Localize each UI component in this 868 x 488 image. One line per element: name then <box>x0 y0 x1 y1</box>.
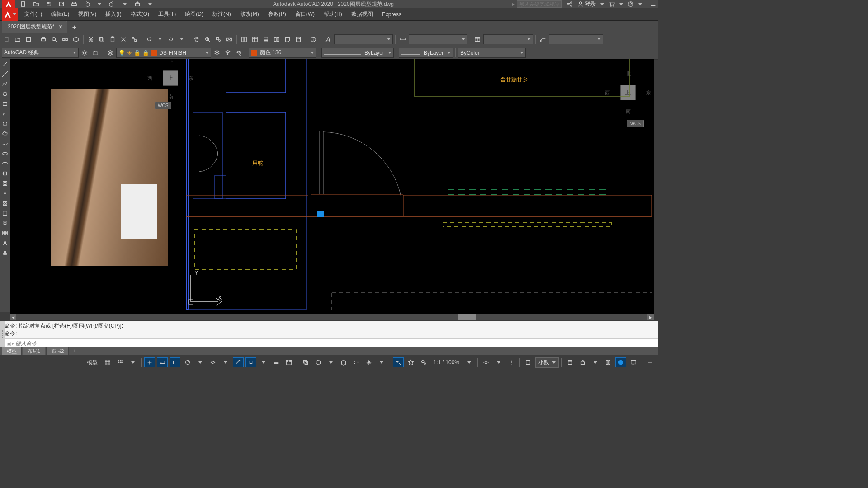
qat-new-icon[interactable] <box>19 0 28 8</box>
chevron-down-icon[interactable] <box>638 3 642 5</box>
grip-handle[interactable] <box>0 321 5 347</box>
clean-screen-icon[interactable] <box>628 357 639 367</box>
cut-icon[interactable] <box>86 34 96 44</box>
gradient-icon[interactable] <box>0 209 9 218</box>
layer-properties-icon[interactable] <box>105 48 115 58</box>
text-style-dropdown[interactable] <box>334 34 393 44</box>
tool-palette-icon[interactable] <box>261 34 271 44</box>
menu-format[interactable]: 格式(O) <box>126 8 154 20</box>
snap-icon[interactable] <box>115 357 126 367</box>
anno-monitor-icon[interactable] <box>506 357 517 367</box>
layout-tab-model[interactable]: 模型 <box>2 347 22 356</box>
sheet-set-icon[interactable] <box>272 34 282 44</box>
line-icon[interactable] <box>0 60 9 69</box>
insert-block-icon[interactable] <box>0 169 9 178</box>
customize-icon[interactable] <box>645 357 656 367</box>
drawing-canvas[interactable]: 北 南 西 东 上 WCS 北 南 西 东 上 WCS 用鸵 晋廿蹦廿乡 <box>10 59 654 316</box>
units-mode-dropdown[interactable]: 小数 <box>535 357 559 368</box>
lineweight-toggle-icon[interactable] <box>271 357 282 367</box>
save-icon[interactable] <box>24 34 33 44</box>
quickcalc-icon[interactable] <box>293 34 303 44</box>
add-layout-button[interactable]: + <box>70 347 78 355</box>
workspace-dropdown[interactable]: AutoCAD 经典 <box>2 48 79 58</box>
hatch-icon[interactable] <box>0 199 9 208</box>
polygon-icon[interactable] <box>0 89 9 99</box>
mtext-icon[interactable]: A <box>0 239 9 248</box>
ellipse-icon[interactable] <box>0 149 9 158</box>
lock-open-icon[interactable]: 🔓 <box>134 50 141 56</box>
status-model-label[interactable]: 模型 <box>84 359 100 366</box>
spline-icon[interactable] <box>0 139 9 148</box>
add-file-tab-button[interactable]: + <box>69 23 79 33</box>
open-icon[interactable] <box>13 34 23 44</box>
close-icon[interactable]: ✕ <box>58 24 63 30</box>
chevron-down-icon[interactable] <box>326 357 336 367</box>
cart-icon[interactable] <box>609 1 615 7</box>
zoom-realtime-icon[interactable] <box>203 34 212 44</box>
workspace-switch-icon[interactable] <box>481 357 491 367</box>
grid-icon[interactable] <box>102 357 113 367</box>
menu-edit[interactable]: 编辑(E) <box>47 8 74 20</box>
chevron-down-icon[interactable] <box>590 357 601 367</box>
menu-dataview[interactable]: 数据视图 <box>347 8 377 20</box>
point-icon[interactable] <box>0 189 9 198</box>
anno-scale-icon[interactable] <box>418 357 429 367</box>
chevron-down-icon[interactable] <box>619 3 623 5</box>
minimize-icon[interactable] <box>650 1 656 7</box>
padlock-icon[interactable]: 🔒 <box>142 50 149 56</box>
menu-window[interactable]: 窗口(W) <box>291 8 319 20</box>
ortho-icon[interactable] <box>170 357 180 367</box>
3dprint-icon[interactable] <box>71 34 81 44</box>
qat-redo-icon[interactable] <box>108 0 117 8</box>
dim-style-dropdown[interactable] <box>409 34 467 44</box>
lock-ui-icon[interactable] <box>577 357 588 367</box>
polar-icon[interactable] <box>182 357 193 367</box>
menu-express[interactable]: Express <box>377 8 406 20</box>
menu-draw[interactable]: 绘图(D) <box>180 8 208 20</box>
help-icon[interactable]: ? <box>308 34 318 44</box>
redo-icon[interactable] <box>166 34 176 44</box>
circle-icon[interactable] <box>0 119 9 128</box>
file-tab-active[interactable]: 2020图层线型规范* ✕ <box>2 21 67 33</box>
properties-icon[interactable] <box>239 34 249 44</box>
match-icon[interactable] <box>118 34 128 44</box>
chevron-down-icon[interactable] <box>155 34 165 44</box>
menu-tool[interactable]: 工具(T) <box>154 8 180 20</box>
chevron-down-icon[interactable] <box>95 0 104 8</box>
chevron-down-icon[interactable] <box>127 357 138 367</box>
layout-tab-1[interactable]: 布局1 <box>23 347 45 356</box>
autocad-big-logo[interactable] <box>2 8 18 21</box>
menu-modify[interactable]: 修改(M) <box>236 8 264 20</box>
zoom-window-icon[interactable] <box>213 34 223 44</box>
paste-icon[interactable] <box>108 34 118 44</box>
help-search-input[interactable] <box>517 0 562 8</box>
dim-style-icon[interactable] <box>398 34 408 44</box>
gizmo-icon[interactable] <box>363 357 374 367</box>
mleader-style-icon[interactable] <box>538 34 548 44</box>
arc-icon[interactable] <box>0 109 9 118</box>
table-style-dropdown[interactable] <box>483 34 533 44</box>
chevron-down-icon[interactable] <box>195 357 206 367</box>
chevron-down-icon[interactable] <box>177 34 187 44</box>
xline-icon[interactable] <box>0 70 9 79</box>
publish-icon[interactable] <box>60 34 70 44</box>
chevron-down-icon[interactable] <box>376 357 387 367</box>
markup-icon[interactable] <box>283 34 292 44</box>
preview-icon[interactable] <box>49 34 59 44</box>
chevron-down-icon[interactable] <box>258 357 269 367</box>
qat-print-icon[interactable] <box>70 0 79 8</box>
pan-icon[interactable] <box>192 34 202 44</box>
osnap-track-icon[interactable] <box>233 357 244 367</box>
dyn-ucs-icon[interactable] <box>338 357 349 367</box>
copy-icon[interactable] <box>97 34 107 44</box>
units-icon[interactable] <box>523 357 533 367</box>
print-icon[interactable] <box>38 34 48 44</box>
scroll-thumb[interactable] <box>458 314 476 320</box>
isolate-icon[interactable] <box>603 357 613 367</box>
chevron-down-icon[interactable] <box>464 357 475 367</box>
sel-filter-icon[interactable] <box>351 357 362 367</box>
qat-open-icon[interactable] <box>32 0 41 8</box>
menu-dim[interactable]: 标注(N) <box>208 8 236 20</box>
menu-file[interactable]: 文件(F) <box>20 8 47 20</box>
anno-vis-icon[interactable] <box>393 357 404 367</box>
